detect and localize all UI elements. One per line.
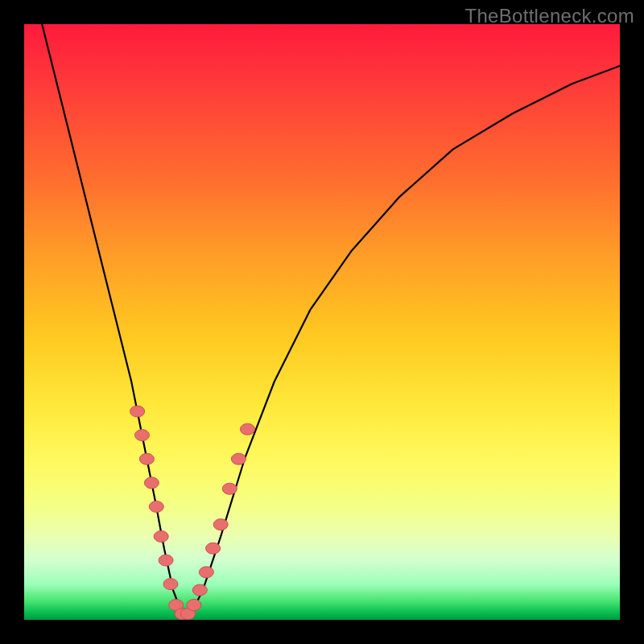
curve-marker [139,453,154,464]
curve-layer [24,24,620,620]
curve-marker [154,530,168,542]
curve-marker [199,567,213,578]
curve-marker [163,579,178,590]
curve-marker [159,555,173,566]
curve-marker [231,453,246,464]
curve-marker [222,483,237,494]
plot-area [24,24,620,620]
curve-marker [187,600,201,611]
curve-marker [192,584,207,596]
chart-frame: TheBottleneck.com [0,0,644,644]
curve-marker [206,543,221,554]
curve-marker [135,430,150,441]
curve-marker [130,406,145,417]
bottleneck-curve [42,24,620,614]
curve-marker [144,477,159,489]
curve-marker [241,423,255,435]
curve-marker [213,519,228,530]
curve-marker [149,501,163,512]
curve-markers [130,406,255,620]
